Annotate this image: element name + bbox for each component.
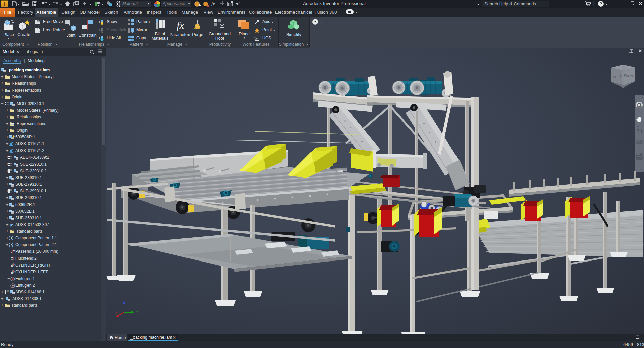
svg-text:FRONT: FRONT: [624, 74, 635, 78]
svg-text:×: ×: [641, 96, 643, 99]
svg-text:▾: ▾: [640, 168, 642, 171]
svg-text:?: ?: [600, 1, 602, 6]
svg-text:Z: Z: [122, 300, 125, 304]
svg-text:LEFT: LEFT: [613, 75, 622, 79]
svg-text:Y: Y: [136, 310, 138, 314]
svg-text:X: X: [115, 311, 118, 315]
svg-text:A: A: [100, 30, 103, 34]
